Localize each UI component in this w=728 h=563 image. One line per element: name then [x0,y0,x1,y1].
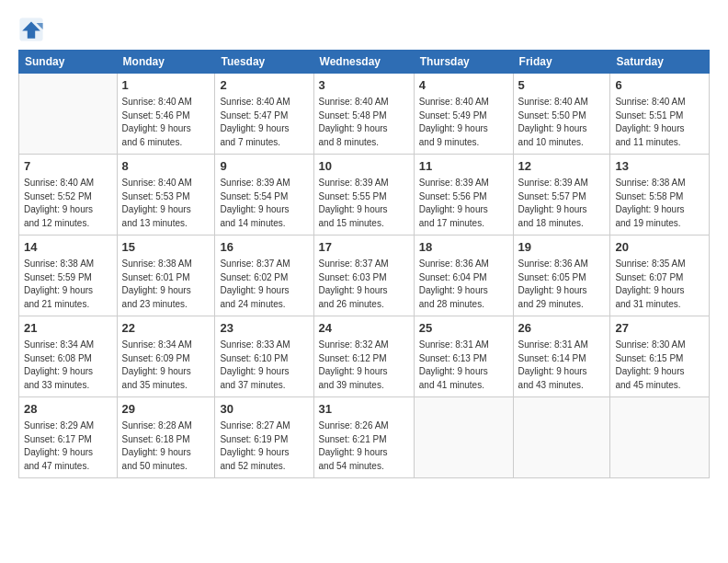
day-number: 11 [419,158,508,175]
day-info: Sunrise: 8:36 AMSunset: 6:04 PMDaylight:… [419,258,508,311]
day-number: 10 [319,158,409,175]
day-info: Sunrise: 8:34 AMSunset: 6:08 PMDaylight:… [24,339,112,392]
day-number: 23 [220,320,308,337]
day-number: 18 [419,239,508,256]
day-info: Sunrise: 8:40 AMSunset: 5:48 PMDaylight:… [319,96,409,149]
day-number: 14 [24,239,112,256]
calendar-table: SundayMondayTuesdayWednesdayThursdayFrid… [18,50,710,478]
day-info: Sunrise: 8:30 AMSunset: 6:15 PMDaylight:… [615,339,704,392]
day-number: 26 [518,320,606,337]
weekday-thursday: Thursday [414,51,513,74]
day-info: Sunrise: 8:31 AMSunset: 6:14 PMDaylight:… [518,339,606,392]
day-info: Sunrise: 8:40 AMSunset: 5:51 PMDaylight:… [615,96,704,149]
day-info: Sunrise: 8:34 AMSunset: 6:09 PMDaylight:… [122,339,210,392]
day-info: Sunrise: 8:39 AMSunset: 5:54 PMDaylight:… [220,177,308,230]
day-info: Sunrise: 8:38 AMSunset: 5:58 PMDaylight:… [615,177,704,230]
calendar-cell: 10Sunrise: 8:39 AMSunset: 5:55 PMDayligh… [313,155,414,236]
calendar-cell: 30Sunrise: 8:27 AMSunset: 6:19 PMDayligh… [215,397,313,478]
day-number: 19 [518,239,606,256]
day-info: Sunrise: 8:36 AMSunset: 6:05 PMDaylight:… [518,258,606,311]
weekday-tuesday: Tuesday [215,51,313,74]
calendar-cell: 24Sunrise: 8:32 AMSunset: 6:12 PMDayligh… [313,316,414,397]
calendar-cell: 29Sunrise: 8:28 AMSunset: 6:18 PMDayligh… [117,397,215,478]
calendar-cell: 7Sunrise: 8:40 AMSunset: 5:52 PMDaylight… [19,155,118,236]
day-number: 17 [319,239,409,256]
day-info: Sunrise: 8:39 AMSunset: 5:57 PMDaylight:… [518,177,606,230]
day-info: Sunrise: 8:40 AMSunset: 5:49 PMDaylight:… [419,96,508,149]
calendar-cell: 23Sunrise: 8:33 AMSunset: 6:10 PMDayligh… [215,316,313,397]
day-info: Sunrise: 8:40 AMSunset: 5:50 PMDaylight:… [518,96,606,149]
week-row-5: 28Sunrise: 8:29 AMSunset: 6:17 PMDayligh… [19,397,710,478]
weekday-wednesday: Wednesday [313,51,414,74]
day-number: 5 [518,77,606,94]
week-row-2: 7Sunrise: 8:40 AMSunset: 5:52 PMDaylight… [19,155,710,236]
day-info: Sunrise: 8:37 AMSunset: 6:03 PMDaylight:… [319,258,409,311]
day-number: 7 [24,158,112,175]
calendar-cell [414,397,513,478]
day-info: Sunrise: 8:38 AMSunset: 5:59 PMDaylight:… [24,258,112,311]
calendar-cell: 27Sunrise: 8:30 AMSunset: 6:15 PMDayligh… [610,316,710,397]
week-row-1: 1Sunrise: 8:40 AMSunset: 5:46 PMDaylight… [19,74,710,155]
day-info: Sunrise: 8:40 AMSunset: 5:53 PMDaylight:… [122,177,210,230]
day-number: 13 [615,158,704,175]
day-number: 27 [615,320,704,337]
day-number: 15 [122,239,210,256]
calendar-cell: 2Sunrise: 8:40 AMSunset: 5:47 PMDaylight… [215,74,313,155]
day-number: 9 [220,158,308,175]
calendar-cell: 20Sunrise: 8:35 AMSunset: 6:07 PMDayligh… [610,236,710,316]
calendar-cell: 6Sunrise: 8:40 AMSunset: 5:51 PMDaylight… [610,74,710,155]
day-number: 20 [615,239,704,256]
day-number: 16 [220,239,308,256]
day-info: Sunrise: 8:32 AMSunset: 6:12 PMDaylight:… [319,339,409,392]
calendar-cell: 22Sunrise: 8:34 AMSunset: 6:09 PMDayligh… [117,316,215,397]
day-number: 29 [122,401,210,418]
calendar-cell: 15Sunrise: 8:38 AMSunset: 6:01 PMDayligh… [117,236,215,316]
calendar-cell: 12Sunrise: 8:39 AMSunset: 5:57 PMDayligh… [513,155,610,236]
day-number: 22 [122,320,210,337]
day-info: Sunrise: 8:38 AMSunset: 6:01 PMDaylight:… [122,258,210,311]
calendar-cell: 1Sunrise: 8:40 AMSunset: 5:46 PMDaylight… [117,74,215,155]
calendar-cell: 31Sunrise: 8:26 AMSunset: 6:21 PMDayligh… [313,397,414,478]
day-number: 30 [220,401,308,418]
calendar-cell: 16Sunrise: 8:37 AMSunset: 6:02 PMDayligh… [215,236,313,316]
day-number: 8 [122,158,210,175]
weekday-monday: Monday [117,51,215,74]
calendar-cell: 13Sunrise: 8:38 AMSunset: 5:58 PMDayligh… [610,155,710,236]
day-info: Sunrise: 8:40 AMSunset: 5:52 PMDaylight:… [24,177,112,230]
calendar-cell [513,397,610,478]
week-row-4: 21Sunrise: 8:34 AMSunset: 6:08 PMDayligh… [19,316,710,397]
day-number: 12 [518,158,606,175]
weekday-header-row: SundayMondayTuesdayWednesdayThursdayFrid… [19,51,710,74]
week-row-3: 14Sunrise: 8:38 AMSunset: 5:59 PMDayligh… [19,236,710,316]
header [18,17,710,42]
day-number: 28 [24,401,112,418]
day-number: 21 [24,320,112,337]
calendar-cell: 11Sunrise: 8:39 AMSunset: 5:56 PMDayligh… [414,155,513,236]
day-info: Sunrise: 8:35 AMSunset: 6:07 PMDaylight:… [615,258,704,311]
weekday-friday: Friday [513,51,610,74]
calendar-cell: 26Sunrise: 8:31 AMSunset: 6:14 PMDayligh… [513,316,610,397]
logo-icon [18,17,44,42]
day-info: Sunrise: 8:31 AMSunset: 6:13 PMDaylight:… [419,339,508,392]
calendar-cell [19,74,118,155]
page: SundayMondayTuesdayWednesdayThursdayFrid… [0,0,728,563]
day-info: Sunrise: 8:40 AMSunset: 5:46 PMDaylight:… [122,96,210,149]
day-info: Sunrise: 8:26 AMSunset: 6:21 PMDaylight:… [319,419,409,473]
calendar-cell: 9Sunrise: 8:39 AMSunset: 5:54 PMDaylight… [215,155,313,236]
calendar-cell [610,397,710,478]
day-number: 25 [419,320,508,337]
day-number: 31 [319,401,409,418]
logo [18,17,48,42]
calendar-cell: 18Sunrise: 8:36 AMSunset: 6:04 PMDayligh… [414,236,513,316]
calendar-cell: 8Sunrise: 8:40 AMSunset: 5:53 PMDaylight… [117,155,215,236]
day-number: 4 [419,77,508,94]
calendar-cell: 21Sunrise: 8:34 AMSunset: 6:08 PMDayligh… [19,316,118,397]
calendar-cell: 28Sunrise: 8:29 AMSunset: 6:17 PMDayligh… [19,397,118,478]
day-number: 3 [319,77,409,94]
calendar-cell: 25Sunrise: 8:31 AMSunset: 6:13 PMDayligh… [414,316,513,397]
day-info: Sunrise: 8:27 AMSunset: 6:19 PMDaylight:… [220,419,308,473]
day-info: Sunrise: 8:40 AMSunset: 5:47 PMDaylight:… [220,96,308,149]
calendar-cell: 4Sunrise: 8:40 AMSunset: 5:49 PMDaylight… [414,74,513,155]
day-info: Sunrise: 8:33 AMSunset: 6:10 PMDaylight:… [220,339,308,392]
weekday-saturday: Saturday [610,51,710,74]
